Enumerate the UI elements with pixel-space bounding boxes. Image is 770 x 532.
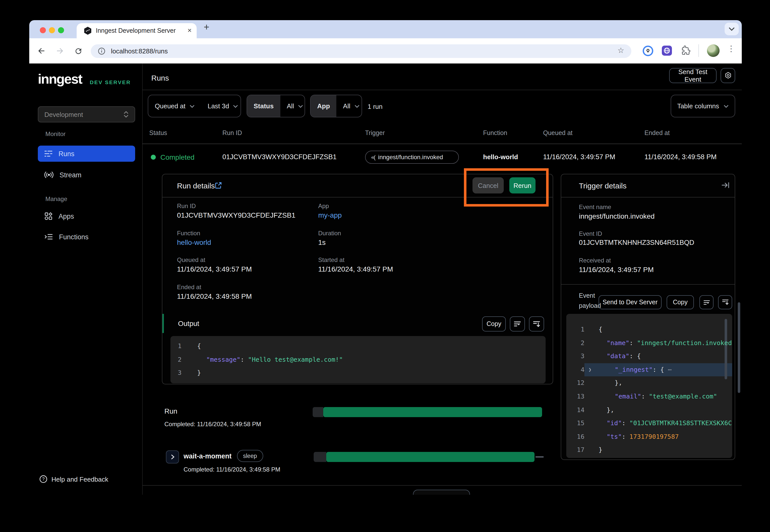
page-title: Runs [151, 74, 169, 82]
settings-gear-button[interactable] [721, 68, 735, 83]
status-filter-label: Status [254, 102, 274, 110]
step-bar[interactable] [326, 452, 534, 462]
load-more-button-partial[interactable] [413, 490, 470, 495]
help-icon: ? [39, 475, 47, 483]
chevron-down-icon [189, 105, 195, 108]
col-header-ended-at: Ended at [645, 129, 670, 137]
step-name: wait-a-moment [183, 452, 232, 460]
sidebar: inngest DEV SERVER Development Monitor R… [29, 63, 143, 495]
address-bar[interactable]: localhost:8288/runs ☆ [91, 44, 631, 58]
help-label: Help and Feedback [51, 475, 108, 483]
table-columns-button[interactable]: Table columns [671, 95, 735, 117]
event-payload-label: Eventpayload [579, 291, 601, 311]
sidebar-item-stream[interactable]: Stream [38, 167, 135, 183]
status-filter[interactable]: Status All [247, 95, 305, 117]
back-icon[interactable] [35, 45, 47, 57]
chevron-down-icon [233, 105, 238, 108]
event-id-value: 01JCVBTMTKNHNHZ3SN64R51BQD [579, 239, 694, 246]
browser-toolbar: localhost:8288/runs ☆ ⋮ [29, 38, 742, 63]
chevron-down-icon [724, 105, 729, 108]
trigger-details-title: Trigger details [579, 181, 627, 190]
zoom-window-button[interactable] [58, 27, 64, 33]
help-and-feedback[interactable]: ? Help and Feedback [39, 475, 108, 483]
minimize-window-button[interactable] [49, 27, 55, 33]
app-link[interactable]: my-app [318, 211, 342, 219]
started-at-value: 11/16/2024, 3:49:57 PM [318, 265, 393, 273]
app-filter-label: App [317, 102, 330, 110]
extensions-puzzle-icon[interactable] [681, 45, 691, 55]
received-at-value: 11/16/2024, 3:49:57 PM [579, 265, 654, 274]
event-payload-code[interactable]: 1{2"name": "inngest/function.invoked",3"… [566, 314, 732, 458]
payload-expand-icon[interactable] [718, 295, 732, 309]
dev-server-badge: DEV SERVER [90, 79, 131, 85]
col-header-status: Status [149, 129, 167, 137]
new-tab-button[interactable]: + [204, 22, 209, 33]
manage-section-label: Manage [45, 195, 67, 203]
sidebar-item-label: Apps [58, 212, 74, 220]
collapse-panel-icon[interactable] [722, 182, 730, 188]
status-dot [151, 155, 156, 160]
tab-title: Inngest Development Server [96, 27, 176, 34]
send-test-event-button[interactable]: Send Test Event [669, 68, 717, 83]
annotation-highlight-box [464, 168, 548, 207]
step-expand-button[interactable] [166, 450, 179, 463]
environment-value: Development [44, 111, 83, 118]
functions-icon [44, 233, 53, 240]
time-filter[interactable]: Queued at Last 3d [148, 95, 241, 117]
extension-app-icon[interactable] [662, 45, 672, 56]
password-manager-icon[interactable] [643, 45, 654, 56]
expand-output-icon[interactable] [529, 316, 544, 331]
duration-label: Duration [318, 230, 341, 237]
browser-menu-icon[interactable]: ⋮ [727, 44, 735, 53]
environment-select[interactable]: Development [38, 106, 135, 122]
ended-at-value: 11/16/2024, 3:49:58 PM [177, 292, 252, 300]
forward-icon[interactable] [54, 45, 66, 57]
run-bar[interactable] [323, 407, 542, 417]
sidebar-item-label: Functions [59, 233, 88, 241]
tab-search-chevron-icon[interactable] [725, 23, 739, 35]
payload-word-wrap-icon[interactable] [699, 295, 714, 309]
step-completed-text: Completed: 11/16/2024, 3:49:58 PM [183, 466, 280, 473]
row-ended-at: 11/16/2024, 3:49:58 PM [645, 153, 717, 161]
sidebar-item-apps[interactable]: Apps [38, 208, 135, 224]
sidebar-item-label: Runs [58, 150, 74, 157]
col-header-function: Function [483, 129, 507, 137]
svg-text:?: ? [42, 477, 45, 482]
sidebar-item-functions[interactable]: Functions [38, 229, 135, 245]
time-field-label: Queued at [155, 102, 185, 110]
page-content: inngest DEV SERVER Development Monitor R… [29, 63, 742, 495]
close-window-button[interactable] [40, 27, 46, 33]
output-copy-button[interactable]: Copy [482, 316, 506, 331]
row-run-id: 01JCVBTMV3WXY9D3CFDEJFZSB1 [223, 153, 337, 161]
browser-tab[interactable]: Inngest Development Server × [77, 23, 197, 38]
toolbar-divider [698, 44, 699, 57]
status-filter-value: All [287, 102, 294, 110]
page-scrollbar[interactable] [738, 302, 740, 393]
main: Runs Send Test Event Queued at Last 3d S… [142, 63, 742, 495]
app-label: App [318, 203, 329, 210]
run-count: 1 run [368, 103, 382, 110]
external-link-icon[interactable] [215, 182, 222, 189]
profile-avatar[interactable] [707, 44, 720, 57]
row-status: Completed [160, 153, 195, 161]
trigger-event-pill[interactable]: «( inngest/function.invoked [365, 151, 459, 164]
bookmark-star-icon[interactable]: ☆ [618, 46, 624, 55]
step-bar-lead [314, 452, 326, 462]
output-code[interactable]: 1{2"message": "Hello test@example.com!"3… [170, 336, 545, 383]
inngest-favicon [84, 27, 92, 35]
word-wrap-icon[interactable] [510, 316, 525, 331]
queued-at-label: Queued at [177, 256, 205, 263]
run-bar-lead [313, 407, 323, 417]
app-filter[interactable]: App All [310, 95, 362, 117]
tab-close-icon[interactable]: × [187, 26, 191, 34]
function-link[interactable]: hello-world [177, 238, 211, 246]
payload-copy-button[interactable]: Copy [667, 295, 694, 309]
site-info-icon[interactable] [98, 47, 105, 55]
col-header-trigger: Trigger [365, 129, 385, 137]
sidebar-item-label: Stream [59, 171, 81, 179]
screen: Inngest Development Server × + [0, 0, 770, 532]
browser-tab-strip: Inngest Development Server × + [29, 20, 742, 38]
send-to-dev-server-button[interactable]: Send to Dev Server [599, 295, 662, 309]
reload-icon[interactable] [72, 45, 84, 57]
sidebar-item-runs[interactable]: Runs [38, 146, 135, 162]
